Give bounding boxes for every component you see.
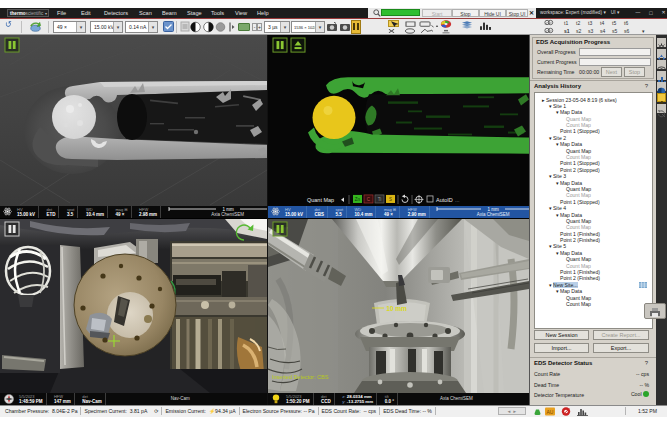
svg-text:...: ... (455, 197, 460, 203)
svg-text:AutoID: AutoID (436, 197, 453, 203)
svg-text:Ti: Ti (378, 197, 382, 202)
svg-text:AU: AU (546, 409, 553, 415)
svg-text:Quant Map: Quant Map (307, 197, 334, 203)
svg-text:S: S (389, 197, 392, 202)
svg-text:10 mm: 10 mm (386, 305, 407, 312)
svg-text:Inserted Detector: CBS: Inserted Detector: CBS (272, 374, 329, 380)
svg-text:Zn: Zn (355, 197, 361, 202)
